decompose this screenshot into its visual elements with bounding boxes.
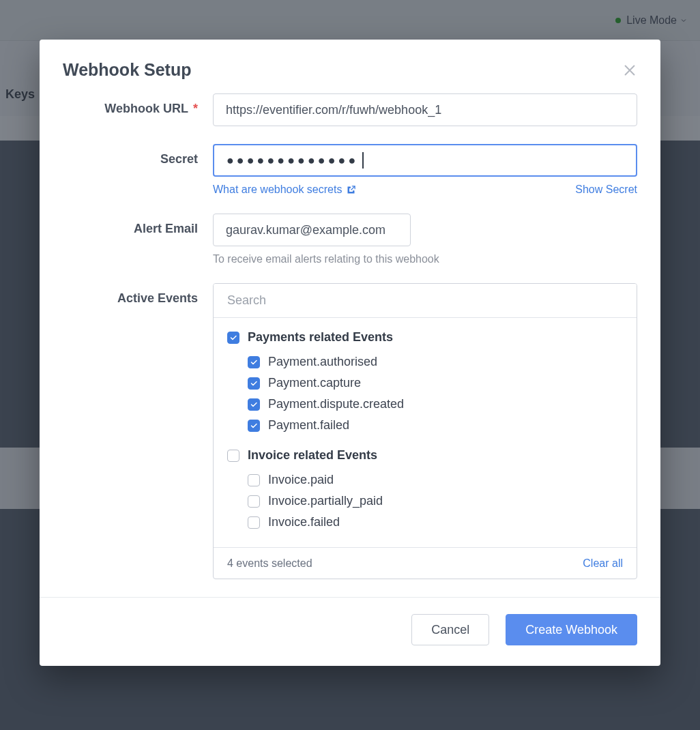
alert-email-input[interactable] xyxy=(213,214,411,246)
modal-footer: Cancel Create Webhook xyxy=(40,597,660,666)
create-webhook-button[interactable]: Create Webhook xyxy=(506,614,637,645)
event-item-label: Invoice.failed xyxy=(268,515,340,529)
event-group-title: Payments related Events xyxy=(248,330,393,345)
event-item-label: Invoice.partially_paid xyxy=(268,494,383,508)
modal-body: Webhook URL * Secret ●●●●●●●●●●●●● What … xyxy=(40,92,660,597)
required-asterisk: * xyxy=(190,102,198,115)
event-group: Payments related EventsPayment.authorise… xyxy=(214,327,637,446)
event-item: Payment.failed xyxy=(214,415,637,436)
events-search-input[interactable] xyxy=(214,284,637,318)
event-item: Payment.capture xyxy=(214,373,637,394)
event-item: Invoice.paid xyxy=(214,469,637,491)
event-item-checkbox[interactable] xyxy=(248,420,260,432)
event-item: Payment.dispute.created xyxy=(214,394,637,415)
event-item-checkbox[interactable] xyxy=(248,356,260,368)
modal-header: Webhook Setup xyxy=(40,40,660,92)
show-secret-link[interactable]: Show Secret xyxy=(575,184,637,196)
event-item-checkbox[interactable] xyxy=(248,398,260,411)
event-item-label: Payment.authorised xyxy=(268,355,377,369)
events-footer: 4 events selected Clear all xyxy=(214,547,637,579)
event-item: Invoice.partially_paid xyxy=(214,491,637,512)
event-item: Payment.authorised xyxy=(214,351,637,373)
close-icon xyxy=(622,63,637,78)
event-group-header: Payments related Events xyxy=(214,327,637,351)
events-list: Payments related EventsPayment.authorise… xyxy=(214,318,637,547)
event-group-header: Invoice related Events xyxy=(214,446,637,469)
label-alert-email: Alert Email xyxy=(63,214,213,236)
row-alert-email: Alert Email To receive email alerts rela… xyxy=(63,214,637,265)
event-item-checkbox[interactable] xyxy=(248,516,260,529)
webhook-url-input[interactable] xyxy=(213,93,637,126)
external-link-icon xyxy=(346,185,356,195)
text-caret-icon xyxy=(362,152,364,169)
close-button[interactable] xyxy=(622,63,637,78)
event-item-label: Payment.dispute.created xyxy=(268,397,404,411)
events-selected-count: 4 events selected xyxy=(227,557,312,570)
event-group-checkbox[interactable] xyxy=(227,450,239,462)
event-item-checkbox[interactable] xyxy=(248,495,260,508)
label-webhook-url: Webhook URL * xyxy=(63,93,213,116)
event-group: Invoice related EventsInvoice.paidInvoic… xyxy=(214,446,637,542)
event-item-label: Invoice.paid xyxy=(268,473,334,487)
event-item: Invoice.failed xyxy=(214,512,637,533)
row-active-events: Active Events Payments related EventsPay… xyxy=(63,283,637,579)
cancel-button[interactable]: Cancel xyxy=(411,614,489,645)
events-box: Payments related EventsPayment.authorise… xyxy=(213,283,637,579)
row-webhook-url: Webhook URL * xyxy=(63,93,637,126)
label-active-events: Active Events xyxy=(63,283,213,306)
event-group-title: Invoice related Events xyxy=(248,448,377,463)
clear-all-link[interactable]: Clear all xyxy=(583,557,623,570)
event-item-label: Payment.capture xyxy=(268,376,361,390)
row-secret: Secret ●●●●●●●●●●●●● What are webhook se… xyxy=(63,144,637,196)
event-item-checkbox[interactable] xyxy=(248,474,260,486)
alert-email-help: To receive email alerts relating to this… xyxy=(213,253,637,265)
webhook-setup-modal: Webhook Setup Webhook URL * Secret ●●●●●… xyxy=(40,40,660,666)
label-secret: Secret xyxy=(63,144,213,166)
secret-input[interactable]: ●●●●●●●●●●●●● xyxy=(213,144,637,177)
event-group-checkbox[interactable] xyxy=(227,332,239,344)
event-item-checkbox[interactable] xyxy=(248,377,260,390)
event-item-label: Payment.failed xyxy=(268,418,349,433)
what-are-secrets-link[interactable]: What are webhook secrets xyxy=(213,184,356,196)
secret-masked-value: ●●●●●●●●●●●●● xyxy=(227,154,358,168)
modal-title: Webhook Setup xyxy=(63,60,191,80)
